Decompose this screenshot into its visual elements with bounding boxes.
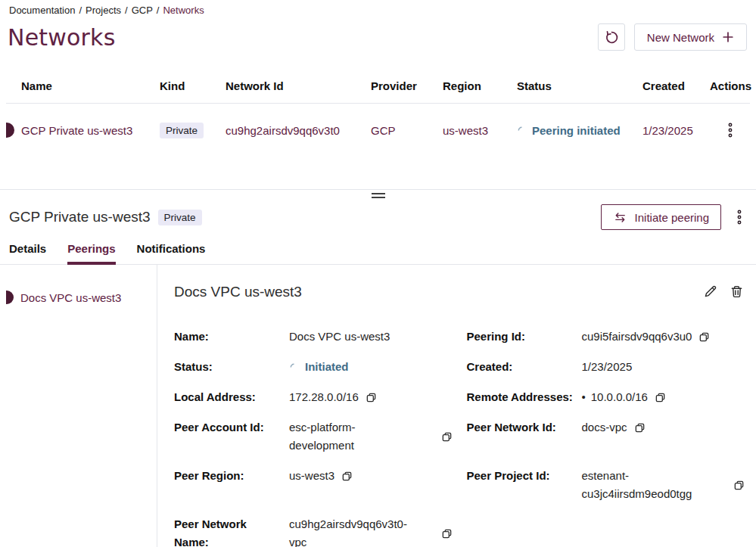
network-table-row[interactable]: GCP Private us-west3 Private cu9hg2airsd… — [0, 104, 756, 154]
field-peer-project-id: Peer Project Id: estenant-cu3jc4iirsdm9e… — [467, 467, 746, 503]
breadcrumb-separator: / — [79, 5, 82, 16]
peering-heading: Docs VPC us-west3 — [174, 284, 302, 300]
copy-peer-account-id-button[interactable] — [440, 430, 453, 443]
network-detail-title: GCP Private us-west3 — [9, 209, 151, 225]
copy-icon — [634, 422, 646, 434]
field-value: Initiated — [305, 358, 349, 376]
breadcrumb: Documentation/Projects/GCP/Networks — [0, 0, 756, 16]
created-cell: 1/23/2025 — [642, 124, 710, 137]
field-value: 172.28.0.0/16 — [289, 388, 359, 406]
breadcrumb-documentation[interactable]: Documentation — [9, 5, 75, 16]
column-header-network-id: Network Id — [226, 70, 371, 103]
trash-icon — [730, 284, 744, 299]
networks-table-header: Name Kind Network Id Provider Region Sta… — [0, 70, 756, 103]
pencil-icon — [703, 284, 717, 299]
field-label: Peering Id: — [467, 328, 582, 346]
row-actions-kebab-button[interactable] — [724, 119, 736, 141]
tab-notifications[interactable]: Notifications — [137, 242, 206, 265]
field-label: Peer Network Id: — [467, 418, 582, 437]
field-remote-addresses: Remote Addresses: • 10.0.0.0/16 — [467, 388, 746, 406]
page-title: Networks — [8, 24, 116, 51]
copy-remote-addresses-button[interactable] — [654, 391, 667, 404]
kind-badge: Private — [160, 123, 204, 138]
tab-details[interactable]: Details — [9, 242, 46, 265]
sidebar-item-docs-vpc[interactable]: Docs VPC us-west3 — [0, 286, 157, 309]
column-header-kind: Kind — [160, 70, 226, 103]
tab-peerings[interactable]: Peerings — [67, 242, 115, 265]
field-label: Status: — [174, 358, 289, 376]
new-network-label: New Network — [647, 31, 714, 44]
detail-actions-kebab-button[interactable] — [733, 206, 745, 228]
spinner-icon — [517, 126, 527, 135]
copy-peer-network-id-button[interactable] — [633, 421, 646, 434]
bullet-icon: • — [582, 388, 586, 406]
field-label: Peer Project Id: — [467, 467, 582, 485]
plus-icon — [722, 31, 734, 43]
field-label: Local Address: — [174, 388, 289, 406]
breadcrumb-separator: / — [157, 5, 160, 16]
provider-cell: GCP — [371, 124, 443, 137]
field-value: cu9i5fairsdv9qq6v3u0 — [582, 328, 692, 346]
column-header-status: Status — [517, 70, 642, 103]
kebab-icon — [736, 209, 742, 225]
breadcrumb-projects[interactable]: Projects — [86, 5, 121, 16]
copy-icon — [341, 471, 353, 482]
field-value: us-west3 — [289, 467, 334, 485]
field-value: estenant-cu3jc4iirsdm9eod0tgg — [582, 467, 712, 503]
field-peering-id: Peering Id: cu9i5fairsdv9qq6v3u0 — [467, 328, 746, 346]
column-header-region: Region — [443, 70, 517, 103]
network-detail-pane: GCP Private us-west3 Private Initiate pe… — [0, 198, 756, 547]
sidebar-item-label: Docs VPC us-west3 — [20, 291, 121, 304]
peering-fields: Name: Docs VPC us-west3 Peering Id: cu9i… — [174, 328, 745, 547]
field-value: 1/23/2025 — [582, 358, 633, 376]
region-cell: us-west3 — [443, 124, 517, 137]
field-value: cu9hg2airsdv9qq6v3t0-vpc — [289, 515, 419, 547]
field-peer-region: Peer Region: us-west3 — [174, 467, 453, 485]
edit-peering-button[interactable] — [702, 283, 719, 300]
copy-icon — [733, 480, 745, 491]
field-created: Created: 1/23/2025 — [467, 358, 746, 376]
field-value: esc-platform-development — [289, 418, 419, 455]
field-peer-network-id: Peer Network Id: docs-vpc — [467, 418, 746, 437]
field-label: Remote Addresses: — [467, 388, 582, 406]
field-peer-network-name: Peer Network Name: cu9hg2airsdv9qq6v3t0-… — [174, 515, 453, 547]
copy-peer-project-id-button[interactable] — [733, 479, 745, 492]
copy-icon — [441, 431, 453, 443]
copy-icon — [366, 392, 377, 403]
network-detail-kind-badge: Private — [158, 210, 202, 225]
breadcrumb-gcp[interactable]: GCP — [132, 5, 153, 16]
column-header-name: Name — [6, 70, 160, 103]
spinner-icon — [289, 362, 299, 372]
delete-peering-button[interactable] — [728, 283, 745, 300]
copy-icon — [655, 392, 666, 403]
initiate-peering-button[interactable]: Initiate peering — [601, 204, 721, 230]
copy-icon — [441, 528, 453, 539]
drag-handle[interactable] — [363, 193, 394, 198]
initiate-peering-label: Initiate peering — [635, 211, 709, 224]
copy-local-address-button[interactable] — [365, 391, 378, 404]
new-network-button[interactable]: New Network — [634, 23, 747, 51]
refresh-button[interactable] — [598, 23, 625, 51]
peerings-sidebar: Docs VPC us-west3 — [0, 265, 157, 547]
network-name-link[interactable]: GCP Private us-west3 — [21, 124, 132, 137]
field-label: Name: — [174, 328, 289, 346]
peering-detail: Docs VPC us-west3 — [157, 265, 756, 547]
copy-peer-region-button[interactable] — [341, 470, 353, 483]
field-value: Docs VPC us-west3 — [289, 328, 390, 346]
copy-icon — [698, 331, 710, 343]
field-label: Peer Network Name: — [174, 515, 289, 547]
field-label: Peer Region: — [174, 467, 289, 485]
breadcrumb-separator: / — [125, 5, 128, 16]
vpc-icon — [6, 291, 14, 304]
swap-arrows-icon — [613, 210, 627, 225]
detail-tabs: Details Peerings Notifications — [0, 242, 756, 265]
field-status: Status: Initiated — [174, 358, 453, 376]
network-id-cell: cu9hg2airsdv9qq6v3t0 — [226, 124, 371, 137]
field-name: Name: Docs VPC us-west3 — [174, 328, 453, 346]
field-label: Peer Account Id: — [174, 418, 289, 437]
copy-peer-network-name-button[interactable] — [440, 527, 453, 540]
kebab-icon — [727, 122, 733, 138]
copy-peering-id-button[interactable] — [698, 331, 711, 343]
vpc-icon — [6, 123, 14, 138]
pane-divider — [0, 189, 756, 190]
